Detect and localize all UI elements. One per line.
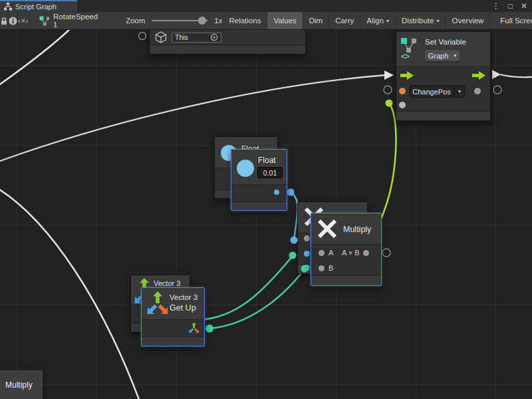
variable-output-port[interactable]	[474, 88, 481, 94]
variable-name-port[interactable]	[399, 88, 406, 94]
script-graph-icon	[39, 16, 49, 26]
variable-name-field[interactable]: ChangePos	[410, 85, 454, 98]
input-b-label: B	[329, 264, 333, 272]
graph-hierarchy-icon	[4, 3, 12, 11]
chevron-down-icon: ▾	[436, 18, 439, 24]
float-output-port[interactable]	[274, 190, 279, 195]
input-a-port[interactable]	[319, 250, 325, 256]
variable-scope-dropdown[interactable]: Graph ▾	[425, 50, 460, 61]
carry-button[interactable]: Carry	[329, 12, 360, 29]
node-title: Multiply	[343, 225, 371, 234]
graph-breadcrumb[interactable]: RotateSpeed 1	[30, 12, 108, 29]
float-icon	[237, 160, 254, 177]
relations-button[interactable]: Relations	[222, 12, 267, 29]
window-maximize-icon[interactable]: □	[506, 0, 515, 12]
flow-input-arrow[interactable]	[400, 71, 414, 80]
full-screen-button[interactable]: Full Screen	[489, 12, 532, 29]
variable-name-caret-button[interactable]: ▾	[454, 85, 465, 98]
vector3-get-up-node[interactable]: Vector 3 Get Up	[141, 287, 205, 346]
node-title: Set Variable	[425, 38, 466, 46]
float-node[interactable]: Float 0.01	[231, 149, 287, 211]
tab-title: Script Graph	[15, 3, 57, 11]
node-title: Vector 3	[170, 293, 198, 301]
gameobject-cube-icon	[155, 31, 167, 43]
input-b-port[interactable]	[319, 265, 325, 271]
float-value-field[interactable]: 0.01	[257, 167, 283, 178]
info-button[interactable]	[9, 12, 18, 29]
zoom-value: 1x	[214, 17, 222, 25]
code-icon: ‹×›	[18, 17, 29, 25]
port-b-input-connected[interactable]	[304, 265, 310, 271]
toolbar-buttons: Relations Values Dim Carry Align▾ Distri…	[222, 12, 532, 29]
this-object-field[interactable]: This	[172, 33, 221, 43]
output-label: A × B	[342, 249, 360, 257]
chevron-down-icon: ▾	[386, 18, 389, 24]
code-brackets-icon: <>	[401, 52, 409, 61]
zoom-label: Zoom	[126, 17, 145, 25]
node-title: Vector 3	[154, 279, 180, 287]
node-title: Multiply	[5, 380, 33, 390]
port-a-input[interactable]	[304, 235, 310, 241]
vector3-icon	[146, 291, 170, 317]
node-title: Float	[258, 156, 276, 165]
multiply-node-corner[interactable]: Multiply	[0, 370, 43, 399]
zoom-control: Zoom 1x	[126, 12, 223, 29]
input-a-label: A	[329, 249, 333, 257]
zoom-slider[interactable]	[152, 20, 207, 21]
output-port[interactable]	[363, 250, 369, 256]
this-node[interactable]: This	[149, 29, 306, 55]
graph-toolbar: ‹×› RotateSpeed 1 Zoom 1x Relations Valu…	[0, 12, 532, 30]
dim-button[interactable]: Dim	[303, 12, 329, 29]
distribute-dropdown[interactable]: Distribute▾	[395, 12, 446, 29]
graph-name: RotateSpeed 1	[53, 13, 99, 29]
window-close-icon[interactable]: ✕	[519, 0, 529, 12]
window-menu-icon[interactable]: ⋮	[490, 0, 502, 12]
multiply-icon	[317, 219, 337, 239]
values-button[interactable]: Values	[267, 12, 302, 29]
flow-output-arrow[interactable]	[472, 71, 485, 80]
code-preview-button[interactable]: ‹×›	[18, 12, 30, 29]
vector3-output-port[interactable]	[188, 322, 200, 334]
set-variable-node[interactable]: <> Set Variable Graph ▾ ChangePos ▾	[396, 31, 491, 121]
lock-icon	[0, 17, 8, 25]
zoom-slider-handle[interactable]	[198, 17, 206, 25]
multiply-node[interactable]: Multiply A A × B B	[311, 213, 382, 286]
window-tab-bar: Script Graph ⋮ □ ✕	[0, 0, 532, 13]
info-icon	[9, 17, 17, 25]
lock-button[interactable]	[0, 12, 9, 29]
port-a-input-connected[interactable]	[304, 251, 310, 257]
node-subtitle: Get Up	[170, 303, 196, 313]
object-picker-icon[interactable]	[210, 33, 218, 41]
overview-button[interactable]: Overview	[445, 12, 489, 29]
value-input-port[interactable]	[399, 102, 406, 108]
set-variable-icon	[400, 37, 419, 53]
tab-script-graph[interactable]: Script Graph	[0, 0, 77, 12]
align-dropdown[interactable]: Align▾	[360, 12, 395, 29]
this-field-value: This	[175, 33, 188, 41]
